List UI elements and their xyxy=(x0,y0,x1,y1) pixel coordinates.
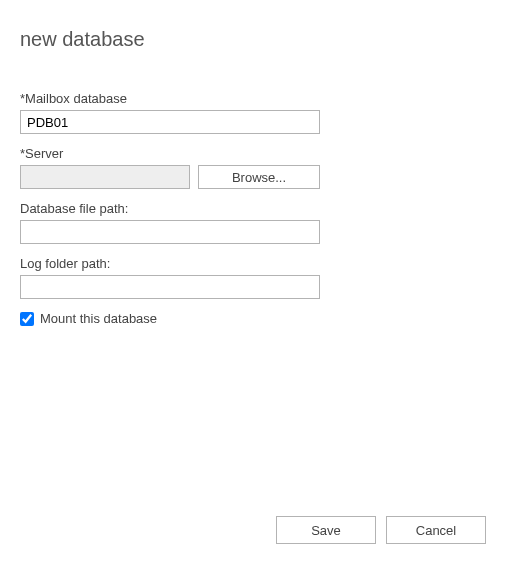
mailbox-database-label: *Mailbox database xyxy=(20,91,490,106)
log-folder-path-input[interactable] xyxy=(20,275,320,299)
mailbox-database-input[interactable] xyxy=(20,110,320,134)
browse-button[interactable]: Browse... xyxy=(198,165,320,189)
save-button[interactable]: Save xyxy=(276,516,376,544)
footer: Save Cancel xyxy=(276,516,486,544)
mount-checkbox-row: Mount this database xyxy=(20,311,490,326)
mount-checkbox[interactable] xyxy=(20,312,34,326)
page-title: new database xyxy=(20,28,490,51)
log-folder-path-label: Log folder path: xyxy=(20,256,490,271)
db-file-path-group: Database file path: xyxy=(20,201,490,244)
db-file-path-input[interactable] xyxy=(20,220,320,244)
mailbox-database-group: *Mailbox database xyxy=(20,91,490,134)
log-folder-path-group: Log folder path: xyxy=(20,256,490,299)
db-file-path-label: Database file path: xyxy=(20,201,490,216)
cancel-button[interactable]: Cancel xyxy=(386,516,486,544)
server-input xyxy=(20,165,190,189)
server-label: *Server xyxy=(20,146,490,161)
mount-checkbox-label: Mount this database xyxy=(40,311,157,326)
server-group: *Server Browse... xyxy=(20,146,490,189)
